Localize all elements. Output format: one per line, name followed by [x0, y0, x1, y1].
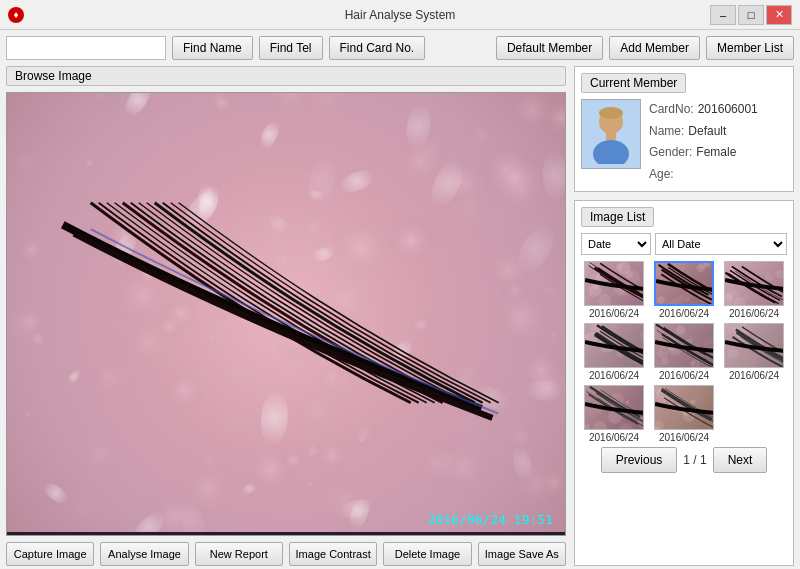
svg-point-1 — [599, 107, 623, 119]
thumbnail-canvas — [585, 262, 644, 306]
thumbnail-image — [584, 323, 644, 368]
next-button[interactable]: Next — [713, 447, 768, 473]
image-save-as-button[interactable]: Image Save As — [478, 542, 566, 566]
thumbnail-grid: 2016/06/242016/06/242016/06/242016/06/24… — [581, 261, 787, 443]
gender-row: Gender: Female — [649, 142, 758, 164]
thumbnail-image — [724, 261, 784, 306]
default-member-button[interactable]: Default Member — [496, 36, 603, 60]
svg-rect-3 — [606, 132, 616, 140]
thumbnail-canvas — [655, 324, 714, 368]
find-card-no-button[interactable]: Find Card No. — [329, 36, 426, 60]
close-button[interactable]: ✕ — [766, 5, 792, 25]
find-tel-button[interactable]: Find Tel — [259, 36, 323, 60]
thumbnail-item[interactable]: 2016/06/24 — [651, 385, 717, 443]
thumbnail-item[interactable]: 2016/06/24 — [721, 323, 787, 381]
image-timestamp: 2016/06/24 19:51 — [428, 512, 553, 527]
add-member-button[interactable]: Add Member — [609, 36, 700, 60]
member-info: CardNo: 201606001 Name: Default Gender: … — [581, 99, 787, 185]
name-row: Name: Default — [649, 121, 758, 143]
gender-value: Female — [696, 142, 736, 164]
thumbnail-canvas — [656, 263, 714, 306]
card-no-label: CardNo: — [649, 99, 694, 121]
all-date-filter-select[interactable]: All Date 2016/06 2016/05 — [655, 233, 787, 255]
page-info: 1 / 1 — [683, 453, 706, 467]
svg-point-2 — [593, 140, 629, 164]
age-row: Age: — [649, 164, 758, 186]
thumbnail-canvas — [585, 386, 644, 430]
hair-image-canvas — [7, 93, 565, 532]
thumbnail-date: 2016/06/24 — [589, 370, 639, 381]
left-panel: Browse Image 2016/06/24 19:51 Capture Im… — [6, 66, 566, 566]
minimize-button[interactable]: – — [710, 5, 736, 25]
thumbnail-date: 2016/06/24 — [659, 432, 709, 443]
thumbnail-date: 2016/06/24 — [729, 370, 779, 381]
previous-button[interactable]: Previous — [601, 447, 678, 473]
bottom-buttons: Capture Image Analyse Image New Report I… — [6, 542, 566, 566]
date-filter-select[interactable]: Date Month Year — [581, 233, 651, 255]
thumbnail-image — [654, 323, 714, 368]
browse-label: Browse Image — [6, 66, 566, 86]
image-contrast-button[interactable]: Image Contrast — [289, 542, 377, 566]
capture-image-button[interactable]: Capture Image — [6, 542, 94, 566]
thumbnail-item[interactable]: 2016/06/24 — [651, 261, 717, 319]
analyse-image-button[interactable]: Analyse Image — [100, 542, 188, 566]
new-report-button[interactable]: New Report — [195, 542, 283, 566]
card-no-row: CardNo: 201606001 — [649, 99, 758, 121]
content-area: Browse Image 2016/06/24 19:51 Capture Im… — [6, 66, 794, 566]
thumbnail-canvas — [585, 324, 644, 368]
top-bar: Find Name Find Tel Find Card No. Default… — [6, 36, 794, 60]
delete-image-button[interactable]: Delete Image — [383, 542, 471, 566]
gender-label: Gender: — [649, 142, 692, 164]
app-icon: ♦ — [8, 7, 24, 23]
thumbnail-image — [584, 385, 644, 430]
thumbnail-item[interactable]: 2016/06/24 — [721, 261, 787, 319]
member-details: CardNo: 201606001 Name: Default Gender: … — [649, 99, 758, 185]
main-content: Find Name Find Tel Find Card No. Default… — [0, 30, 800, 569]
image-list-filters: Date Month Year All Date 2016/06 2016/05 — [581, 233, 787, 255]
thumbnail-date: 2016/06/24 — [589, 308, 639, 319]
search-input[interactable] — [6, 36, 166, 60]
thumbnail-canvas — [655, 386, 714, 430]
member-list-button[interactable]: Member List — [706, 36, 794, 60]
thumbnail-image — [584, 261, 644, 306]
thumbnail-item[interactable]: 2016/06/24 — [581, 385, 647, 443]
title-bar-left: ♦ — [8, 7, 24, 23]
maximize-button[interactable]: □ — [738, 5, 764, 25]
thumbnail-date: 2016/06/24 — [659, 370, 709, 381]
thumbnail-item[interactable]: 2016/06/24 — [581, 323, 647, 381]
thumbnail-canvas — [725, 324, 784, 368]
right-panel: Current Member — [574, 66, 794, 566]
thumbnail-image — [654, 385, 714, 430]
current-member-label: Current Member — [581, 73, 686, 93]
card-no-value: 201606001 — [698, 99, 758, 121]
image-list-section: Image List Date Month Year All Date 2016… — [574, 200, 794, 566]
window-controls: – □ ✕ — [710, 5, 792, 25]
pagination: Previous 1 / 1 Next — [581, 447, 787, 473]
member-avatar — [581, 99, 641, 169]
top-bar-right: Default Member Add Member Member List — [496, 36, 794, 60]
title-bar: ♦ Hair Analyse System – □ ✕ — [0, 0, 800, 30]
image-list-label: Image List — [581, 207, 654, 227]
window-title: Hair Analyse System — [345, 8, 456, 22]
thumbnail-date: 2016/06/24 — [589, 432, 639, 443]
age-label: Age: — [649, 164, 674, 186]
name-value: Default — [688, 121, 726, 143]
thumbnail-item[interactable]: 2016/06/24 — [651, 323, 717, 381]
thumbnail-date: 2016/06/24 — [659, 308, 709, 319]
avatar-svg — [586, 104, 636, 164]
name-label: Name: — [649, 121, 684, 143]
thumbnail-image — [724, 323, 784, 368]
thumbnail-date: 2016/06/24 — [729, 308, 779, 319]
thumbnail-canvas — [725, 262, 784, 306]
thumbnail-item[interactable]: 2016/06/24 — [581, 261, 647, 319]
find-name-button[interactable]: Find Name — [172, 36, 253, 60]
thumbnail-image — [654, 261, 714, 306]
current-member-section: Current Member — [574, 66, 794, 192]
image-display: 2016/06/24 19:51 — [6, 92, 566, 536]
